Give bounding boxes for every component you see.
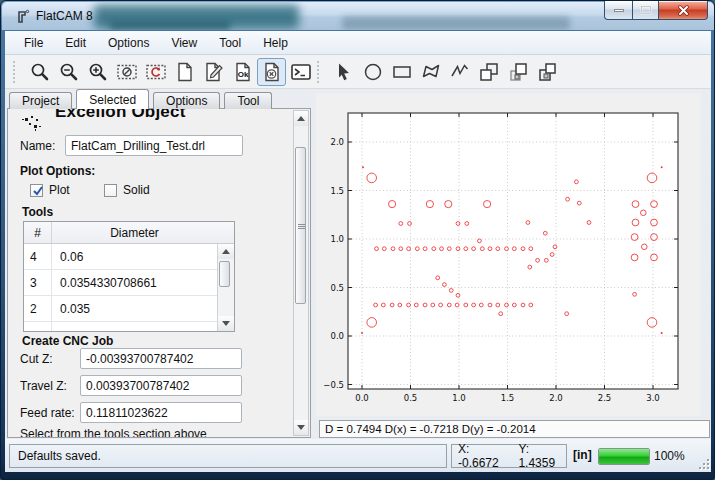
menu-help[interactable]: Help	[252, 33, 299, 53]
flatcam-logo-icon	[15, 8, 31, 28]
move-objects-button[interactable]	[532, 58, 561, 86]
tab-options[interactable]: Options	[153, 92, 220, 109]
svg-text:0.5: 0.5	[404, 393, 418, 403]
edit-file-icon	[203, 61, 225, 83]
status-message: Defaults saved.	[18, 449, 101, 463]
zoom-fit-icon	[29, 61, 51, 83]
copy-objects-button[interactable]	[474, 58, 503, 86]
svg-text:0.0: 0.0	[330, 331, 344, 341]
table-row[interactable]: 2 0.035	[24, 296, 217, 322]
aero-glass-artifact	[342, 17, 570, 30]
panel-scrollbar[interactable]	[293, 110, 309, 436]
progress-percent-label: 100%	[654, 449, 685, 463]
toolbar-handle[interactable]	[317, 61, 322, 83]
table-row[interactable]	[24, 322, 217, 332]
progress-bar	[598, 448, 650, 465]
plot-checkbox-label[interactable]: Plot	[49, 183, 70, 197]
excellon-object-icon	[21, 112, 45, 138]
tool-number: 3	[24, 270, 52, 295]
scroll-up-icon	[222, 249, 230, 254]
resize-grip[interactable]	[697, 457, 709, 469]
table-scrollbar[interactable]	[217, 244, 234, 331]
copy-geometry-icon	[507, 61, 529, 83]
tab-selected[interactable]: Selected	[76, 89, 149, 109]
tools-label: Tools	[22, 205, 53, 219]
feed-rate-label: Feed rate:	[20, 406, 75, 420]
svg-text:2.0: 2.0	[330, 137, 344, 147]
scroll-up-button[interactable]	[218, 244, 234, 259]
menu-view[interactable]: View	[160, 33, 208, 53]
draw-rectangle-button[interactable]	[387, 58, 416, 86]
scroll-up-icon	[297, 116, 305, 121]
edit-file-button[interactable]	[199, 58, 228, 86]
svg-text:2.5: 2.5	[598, 393, 612, 403]
cancel-edit-button[interactable]	[257, 58, 286, 86]
cut-z-input[interactable]	[80, 348, 242, 369]
travel-z-label: Travel Z:	[20, 379, 67, 393]
travel-z-input[interactable]	[80, 375, 242, 396]
tool-diameter: 0.0354330708661	[52, 270, 217, 295]
scrollbar-thumb[interactable]	[295, 147, 306, 304]
plot-options-label: Plot Options:	[20, 164, 95, 178]
shell-button[interactable]	[286, 58, 315, 86]
mouse-coordinates-box: X: -0.6672 Y: 1.4359	[451, 444, 567, 468]
tab-bar: Project Selected Options Tool	[5, 89, 272, 109]
tool-number: 4	[24, 244, 52, 269]
select-button[interactable]	[329, 58, 358, 86]
maximize-button[interactable]	[632, 1, 659, 20]
zoom-fit-button[interactable]	[25, 58, 54, 86]
menu-file[interactable]: File	[13, 33, 54, 53]
draw-polyline-icon	[449, 61, 471, 83]
zoom-in-button[interactable]	[83, 58, 112, 86]
toolbar: Ok	[5, 55, 711, 89]
scroll-down-button[interactable]	[218, 316, 234, 331]
units-label: [in]	[573, 448, 592, 462]
minimize-button[interactable]	[604, 1, 632, 20]
menu-tool[interactable]: Tool	[208, 33, 252, 53]
solid-checkbox-label[interactable]: Solid	[123, 183, 150, 197]
apply-edit-button[interactable]: Ok	[228, 58, 257, 86]
tools-table-header: # Diameter	[24, 222, 234, 244]
draw-polygon-button[interactable]	[416, 58, 445, 86]
name-input[interactable]	[65, 135, 243, 156]
draw-circle-button[interactable]	[358, 58, 387, 86]
replot-button[interactable]	[141, 58, 170, 86]
menu-options[interactable]: Options	[97, 33, 160, 53]
name-label: Name:	[20, 139, 55, 153]
select-pointer-icon	[333, 61, 355, 83]
check-icon	[31, 184, 45, 198]
draw-polyline-button[interactable]	[445, 58, 474, 86]
scroll-up-button[interactable]	[294, 111, 308, 126]
toolbar-handle[interactable]	[13, 61, 18, 83]
feed-rate-input[interactable]	[80, 402, 242, 423]
move-objects-icon	[536, 61, 558, 83]
panel-title: Excellon Object	[55, 108, 186, 122]
solid-checkbox[interactable]	[104, 184, 117, 197]
tool-diameter: 0.06	[52, 244, 217, 269]
tab-tool[interactable]: Tool	[224, 92, 272, 109]
draw-circle-icon	[362, 61, 384, 83]
aero-glass-artifact	[110, 22, 230, 30]
scrollbar-thumb[interactable]	[219, 261, 230, 287]
zoom-out-button[interactable]	[54, 58, 83, 86]
thumb-grip-icon	[298, 224, 305, 225]
column-header-diameter[interactable]: Diameter	[52, 222, 217, 243]
svg-text:Ok: Ok	[237, 69, 248, 78]
new-file-button[interactable]	[170, 58, 199, 86]
scroll-down-button[interactable]	[294, 420, 308, 435]
selected-panel: Excellon Object Name: Plot Options: Plot…	[7, 108, 311, 438]
menu-edit[interactable]: Edit	[54, 33, 97, 53]
clear-plot-button[interactable]	[112, 58, 141, 86]
minimize-icon	[614, 9, 624, 12]
table-row[interactable]: 4 0.06	[24, 244, 217, 270]
table-row[interactable]: 3 0.0354330708661	[24, 270, 217, 296]
svg-text:0.0: 0.0	[355, 393, 369, 403]
svg-text:1.5: 1.5	[330, 186, 344, 196]
plot-checkbox[interactable]	[30, 184, 43, 197]
svg-text:2.0: 2.0	[549, 393, 563, 403]
tab-project[interactable]: Project	[9, 92, 72, 109]
plot-canvas[interactable]: 0.00.51.01.52.02.53.0−0.50.00.51.01.52.0	[316, 93, 701, 416]
close-button[interactable]	[659, 1, 708, 20]
copy-geometry-button[interactable]	[503, 58, 532, 86]
column-header-number[interactable]: #	[24, 222, 52, 243]
